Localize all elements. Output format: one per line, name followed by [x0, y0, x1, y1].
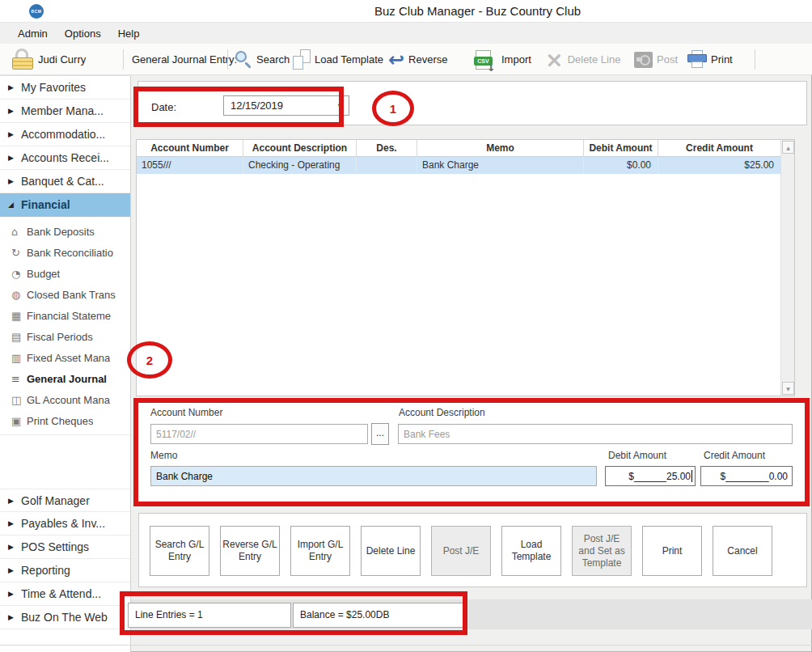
- cell-credit-amount: $25.00: [658, 157, 780, 174]
- sidebar-item-gl-account-management[interactable]: ◫ GL Account Mana: [0, 389, 130, 410]
- reverse-button[interactable]: ↩ Reverse: [388, 44, 448, 75]
- window-title: Buz Club Manager - Buz Country Club: [374, 4, 581, 18]
- account-number-field[interactable]: 5117/02//: [150, 424, 368, 444]
- sidebar-item-print-cheques[interactable]: ▣ Print Cheques: [0, 410, 130, 431]
- menu-options[interactable]: Options: [65, 28, 101, 40]
- menu-help[interactable]: Help: [118, 28, 140, 40]
- post-je-set-template-button[interactable]: Post J/E and Set as Template: [572, 526, 632, 576]
- context-label: General Journal Entry:: [132, 53, 237, 66]
- print-button[interactable]: Print: [642, 526, 702, 576]
- account-number-value: 5117/02//: [156, 429, 196, 440]
- col-account-description[interactable]: Account Description: [243, 140, 357, 156]
- search-label: Search: [256, 53, 290, 66]
- load-template-icon: [293, 49, 311, 70]
- sidebar-nav: ▶ My Favorites ▶ Member Mana... ▶ Accomm…: [0, 75, 131, 652]
- budget-icon: ◔: [11, 268, 27, 280]
- sidebar-item-bank-deposits[interactable]: ⌂ Bank Deposits: [0, 221, 130, 242]
- sidebar-item-member-management[interactable]: ▶ Member Mana...: [0, 99, 130, 123]
- sidebar-item-time-attendance[interactable]: ▶ Time & Attend...: [0, 582, 130, 606]
- chevron-expanded-icon: ◢: [8, 201, 21, 209]
- debit-amount-field[interactable]: $______25.00: [605, 466, 696, 486]
- col-account-number[interactable]: Account Number: [137, 140, 243, 156]
- title-bar: BCM Buz Club Manager - Buz Country Club: [0, 0, 812, 23]
- table-header: Account Number Account Description Des. …: [137, 140, 794, 157]
- post-safe-icon: [634, 52, 653, 68]
- date-picker[interactable]: 12/15/2019 ▼: [223, 95, 349, 116]
- sidebar-item-buz-on-the-web[interactable]: ▶ Buz On The Web: [0, 606, 130, 629]
- sidebar-item-payables-invoicing[interactable]: ▶ Payables & Inv...: [0, 512, 130, 536]
- print-label: Print: [711, 53, 733, 66]
- chevron-right-icon: ▶: [8, 543, 21, 551]
- menu-bar: Admin Options Help: [0, 23, 812, 44]
- print-button[interactable]: Print: [687, 44, 733, 75]
- sidebar-item-accounts-receivable[interactable]: ▶ Accounts Recei...: [0, 146, 130, 170]
- sidebar-item-general-journal[interactable]: ≡ General Journal: [0, 368, 130, 389]
- sidebar-item-label: Reporting: [21, 564, 70, 577]
- chevron-right-icon: ▶: [8, 519, 21, 527]
- sidebar-subitem-label: Fixed Asset Mana: [27, 352, 110, 364]
- account-description-field[interactable]: Bank Fees: [398, 424, 793, 444]
- sidebar-item-banquet-catering[interactable]: ▶ Banquet & Cat...: [0, 170, 130, 193]
- user-badge[interactable]: Judi Curry: [11, 44, 86, 75]
- scroll-down-icon[interactable]: ▼: [782, 382, 794, 395]
- load-template-button[interactable]: Load Template: [293, 44, 383, 75]
- action-button-panel: Search G/L Entry Reverse G/L Entry Impor…: [138, 513, 807, 587]
- debit-amount-value: $______25.00: [628, 471, 691, 482]
- sidebar-item-label: My Favorites: [21, 81, 86, 94]
- post-je-button[interactable]: Post J/E: [431, 526, 491, 576]
- sidebar-item-budget[interactable]: ◔ Budget: [0, 263, 130, 284]
- menu-admin[interactable]: Admin: [18, 28, 48, 40]
- credit-amount-field[interactable]: $________0.00: [700, 466, 793, 486]
- search-button[interactable]: Search: [235, 44, 290, 75]
- date-panel: Date: 12/15/2019 ▼: [137, 81, 807, 125]
- sidebar-item-label: POS Settings: [21, 540, 89, 553]
- bank-reconciliation-icon: ↻: [11, 247, 27, 259]
- import-button[interactable]: CSV ↓ Import: [476, 44, 531, 75]
- account-browse-button[interactable]: ...: [371, 423, 389, 445]
- sidebar-subitem-label: Print Cheques: [27, 415, 93, 427]
- sidebar-item-fixed-asset-management[interactable]: ▥ Fixed Asset Mana: [0, 347, 130, 368]
- post-button[interactable]: Post: [634, 44, 678, 75]
- delete-line-button[interactable]: Delete Line: [361, 526, 421, 576]
- col-credit-amount[interactable]: Credit Amount: [658, 140, 780, 156]
- chevron-right-icon: ▶: [8, 130, 21, 138]
- financial-statements-icon: ▦: [11, 310, 27, 322]
- sidebar-item-golf-manager[interactable]: ▶ Golf Manager: [0, 489, 130, 512]
- sidebar-item-accommodation[interactable]: ▶ Accommodatio...: [0, 123, 130, 146]
- col-debit-amount[interactable]: Debit Amount: [584, 140, 658, 156]
- delete-line-label: Delete Line: [568, 53, 621, 66]
- date-label: Date:: [151, 101, 176, 113]
- toolbar-separator: [227, 49, 228, 70]
- load-template-button[interactable]: Load Template: [501, 526, 561, 576]
- text-caret: [691, 470, 692, 482]
- cell-debit-amount: $0.00: [584, 157, 658, 174]
- sidebar-item-financial[interactable]: ◢ Financial: [0, 193, 130, 217]
- sidebar-subitem-label: Closed Bank Trans: [27, 289, 116, 301]
- table-row[interactable]: 1055/// Checking - Operating Bank Charge…: [137, 157, 794, 174]
- search-gl-entry-button[interactable]: Search G/L Entry: [150, 526, 209, 576]
- sidebar-item-pos-settings[interactable]: ▶ POS Settings: [0, 536, 130, 559]
- scroll-up-icon[interactable]: ▲: [782, 141, 794, 154]
- sidebar-item-fiscal-periods[interactable]: ▤ Fiscal Periods: [0, 326, 130, 347]
- sidebar-item-reporting[interactable]: ▶ Reporting: [0, 559, 130, 582]
- reverse-label: Reverse: [408, 53, 447, 66]
- reverse-gl-entry-button[interactable]: Reverse G/L Entry: [220, 526, 280, 576]
- sidebar-item-closed-bank-trans[interactable]: ◍ Closed Bank Trans: [0, 284, 130, 305]
- fixed-asset-icon: ▥: [11, 352, 27, 364]
- delete-line-button[interactable]: × Delete Line: [545, 44, 620, 75]
- memo-field[interactable]: Bank Charge: [150, 466, 597, 486]
- sidebar-item-my-favorites[interactable]: ▶ My Favorites: [0, 76, 130, 99]
- chevron-right-icon: ▶: [8, 177, 21, 185]
- cancel-button[interactable]: Cancel: [713, 526, 772, 576]
- col-des[interactable]: Des.: [357, 140, 417, 156]
- vertical-scrollbar[interactable]: ▲ ▼: [780, 140, 794, 396]
- sidebar-item-bank-reconciliation[interactable]: ↻ Bank Reconciliatio: [0, 242, 130, 263]
- sidebar-item-financial-statements[interactable]: ▦ Financial Stateme: [0, 305, 130, 326]
- app-logo-icon: BCM: [29, 4, 44, 19]
- sidebar-subitem-label: Bank Reconciliatio: [27, 247, 113, 259]
- import-gl-entry-button[interactable]: Import G/L Entry: [290, 526, 350, 576]
- col-memo[interactable]: Memo: [417, 140, 584, 156]
- chevron-right-icon: ▶: [8, 497, 21, 505]
- credit-amount-label: Credit Amount: [704, 450, 765, 461]
- load-template-label: Load Template: [315, 53, 383, 66]
